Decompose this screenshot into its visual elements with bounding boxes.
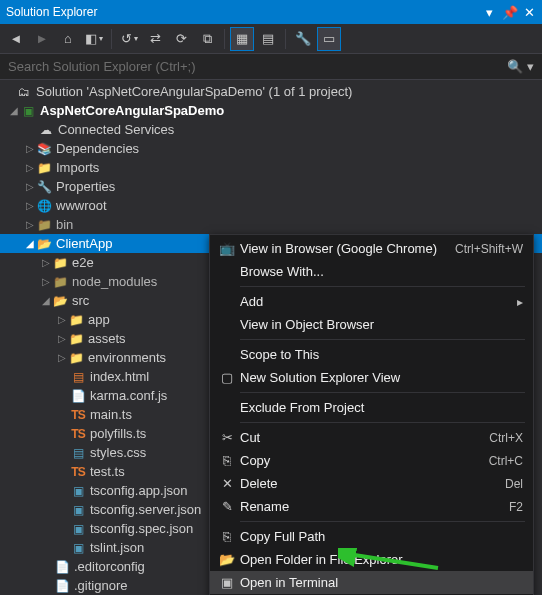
window-controls: ▾ 📌 ✕ [482, 5, 536, 20]
solution-icon: 🗂 [16, 84, 32, 100]
solution-node[interactable]: 🗂Solution 'AspNetCoreAngularSpaDemo' (1 … [0, 82, 542, 101]
menu-sep [240, 392, 525, 393]
submenu-icon: ▸ [517, 295, 523, 309]
menu-copy-full-path[interactable]: ⎘Copy Full Path [210, 525, 533, 548]
menu-sep [240, 422, 525, 423]
collapse-all-icon[interactable]: ⧉ [195, 27, 219, 51]
json-icon: ▣ [70, 483, 86, 499]
cloud-icon: ☁ [38, 122, 54, 138]
json-icon: ▣ [70, 540, 86, 556]
toolbar-sep-3 [285, 29, 286, 49]
cut-icon: ✂ [214, 430, 240, 445]
search-icon[interactable]: 🔍 ▾ [507, 59, 534, 74]
html-icon: ▤ [70, 369, 86, 385]
folder-icon: 📁 [52, 274, 68, 290]
menu-exclude[interactable]: Exclude From Project [210, 396, 533, 419]
folder-open-icon: 📂 [52, 293, 68, 309]
back-icon[interactable]: ◄ [4, 27, 28, 51]
json-icon: ▣ [70, 521, 86, 537]
globe-icon: 🌐 [36, 198, 52, 214]
rename-icon: ✎ [214, 499, 240, 514]
pin-icon[interactable]: 📌 [502, 5, 516, 20]
refresh-icon[interactable]: ⟳ [169, 27, 193, 51]
searchbar[interactable]: 🔍 ▾ [0, 54, 542, 80]
folder-icon: 📁 [68, 312, 84, 328]
delete-icon: ✕ [214, 476, 240, 491]
menu-view-in-browser[interactable]: 📺View in Browser (Google Chrome)Ctrl+Shi… [210, 237, 533, 260]
project-node[interactable]: ◢▣AspNetCoreAngularSpaDemo [0, 101, 542, 120]
dropdown-icon[interactable]: ▾ [482, 5, 496, 20]
window-icon: ▢ [214, 370, 240, 385]
sync-icon[interactable]: ⇄ [143, 27, 167, 51]
ts-icon: TS [70, 426, 86, 442]
switch-views-icon[interactable]: ◧ [82, 27, 106, 51]
menu-scope[interactable]: Scope to This [210, 343, 533, 366]
menu-view-object-browser[interactable]: View in Object Browser [210, 313, 533, 336]
menu-browse-with[interactable]: Browse With... [210, 260, 533, 283]
menu-open-folder[interactable]: 📂Open Folder in File Explorer [210, 548, 533, 571]
ts-icon: TS [70, 407, 86, 423]
preview-icon[interactable]: ▤ [256, 27, 280, 51]
js-icon: 📄 [70, 388, 86, 404]
toolbar-sep-1 [111, 29, 112, 49]
toolbar: ◄ ► ⌂ ◧ ↺ ⇄ ⟳ ⧉ ▦ ▤ 🔧 ▭ [0, 24, 542, 54]
properties-icon[interactable]: 🔧 [291, 27, 315, 51]
menu-cut[interactable]: ✂CutCtrl+X [210, 426, 533, 449]
menu-open-terminal[interactable]: ▣Open in Terminal [210, 571, 533, 594]
folder-icon: 📂 [214, 552, 240, 567]
menu-sep [240, 521, 525, 522]
show-all-files-icon[interactable]: ▦ [230, 27, 254, 51]
menu-sep [240, 286, 525, 287]
toolbar-sep-2 [224, 29, 225, 49]
project-icon: ▣ [20, 103, 36, 119]
menu-rename[interactable]: ✎RenameF2 [210, 495, 533, 518]
dependencies-node[interactable]: ▷📚Dependencies [0, 139, 542, 158]
menu-delete[interactable]: ✕DeleteDel [210, 472, 533, 495]
menu-new-explorer[interactable]: ▢New Solution Explorer View [210, 366, 533, 389]
context-menu: 📺View in Browser (Google Chrome)Ctrl+Shi… [209, 234, 534, 595]
bin-node[interactable]: ▷📁bin [0, 215, 542, 234]
json-icon: ▣ [70, 502, 86, 518]
folder-icon: 📁 [52, 255, 68, 271]
imports-node[interactable]: ▷📁Imports [0, 158, 542, 177]
search-input[interactable] [8, 59, 507, 74]
properties-node[interactable]: ▷🔧Properties [0, 177, 542, 196]
menu-sep [240, 339, 525, 340]
folder-icon: 📁 [68, 331, 84, 347]
dependencies-icon: 📚 [36, 141, 52, 157]
titlebar: Solution Explorer ▾ 📌 ✕ [0, 0, 542, 24]
copy-icon: ⎘ [214, 453, 240, 468]
folder-icon: 📁 [68, 350, 84, 366]
folder-icon: 📁 [36, 160, 52, 176]
wrench-icon: 🔧 [36, 179, 52, 195]
preview-selected-icon[interactable]: ▭ [317, 27, 341, 51]
css-icon: ▤ [70, 445, 86, 461]
folder-icon: 📁 [36, 217, 52, 233]
menu-copy[interactable]: ⎘CopyCtrl+C [210, 449, 533, 472]
folder-open-icon: 📂 [36, 236, 52, 252]
close-icon[interactable]: ✕ [522, 5, 536, 20]
file-icon: 📄 [54, 559, 70, 575]
wwwroot-node[interactable]: ▷🌐wwwroot [0, 196, 542, 215]
terminal-icon: ▣ [214, 575, 240, 590]
copy-path-icon: ⎘ [214, 529, 240, 544]
connected-services-node[interactable]: ☁Connected Services [0, 120, 542, 139]
window-title: Solution Explorer [6, 5, 97, 19]
pending-changes-icon[interactable]: ↺ [117, 27, 141, 51]
menu-add[interactable]: Add▸ [210, 290, 533, 313]
browser-icon: 📺 [214, 241, 240, 256]
ts-icon: TS [70, 464, 86, 480]
home-icon[interactable]: ⌂ [56, 27, 80, 51]
forward-icon[interactable]: ► [30, 27, 54, 51]
file-icon: 📄 [54, 578, 70, 594]
